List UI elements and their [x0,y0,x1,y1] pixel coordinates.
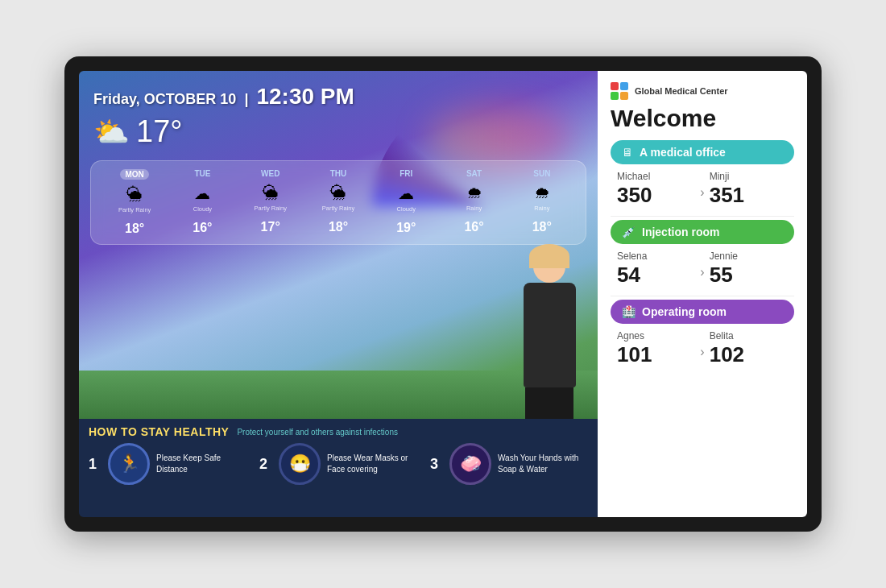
day-label: MON [120,169,148,180]
time-text: 12:30 PM [256,84,354,109]
person-hair [529,244,569,268]
forecast-day-sat: SAT 🌧 Rainy 16° [440,169,507,236]
health-tip-2: 2 😷 Please Wear Masks or Face covering [259,443,417,485]
logo-square-2 [611,92,619,100]
day-condition: Cloudy [397,205,416,218]
tip-number: 1 [89,456,101,473]
person-overlay [501,242,598,428]
tip-text: Wash Your Hands with Soap & Water [498,453,588,475]
day-weather-icon: ☁ [194,184,210,203]
brand-logo [611,82,628,100]
day-temp: 18° [329,220,348,234]
weather-header: Friday, OCTOBER 10 | 12:30 PM ⛅ 17° [79,71,598,155]
day-condition: Rainy [534,205,549,217]
tip-icon-circle: 🧼 [449,443,491,485]
queue-next-name: Minji [710,171,788,182]
health-tips: 1 🏃 Please Keep Safe Distance 2 😷 Please… [89,443,588,485]
tip-text: Please Keep Safe Distance [156,453,246,475]
room-section-medical-office: 🖥 A medical office Michael 350 › Minji 3… [611,140,794,217]
room-divider [611,216,794,217]
tip-icon: 🧼 [460,453,482,474]
forecast-day-mon: MON 🌦 Partly Rainy 18° [101,169,168,236]
queue-next-number: 55 [710,263,788,288]
day-weather-icon: 🌧 [466,184,482,202]
tv-screen: Friday, OCTOBER 10 | 12:30 PM ⛅ 17° MON … [79,71,807,517]
queue-current-name: Agnes [617,330,695,342]
right-panel: Global Medical Center Welcome 🖥 A medica… [598,71,807,517]
day-condition: Cloudy [193,205,212,218]
day-temp: 16° [464,220,483,234]
room-section-injection-room: 💉 Injection room Selena 54 › Jennie 55 [611,220,794,296]
left-panel: Friday, OCTOBER 10 | 12:30 PM ⛅ 17° MON … [79,71,598,517]
forecast-day-wed: WED 🌦 Partly Rainy 17° [237,169,304,236]
rooms-container: 🖥 A medical office Michael 350 › Minji 3… [611,140,794,377]
health-title-bar: HOW TO STAY HEALTHY Protect yourself and… [89,425,588,438]
tip-number: 3 [430,456,443,473]
room-icon-injection-room: 💉 [622,226,636,238]
current-temperature: ⛅ 17° [93,114,583,149]
tip-number: 2 [259,456,272,473]
forecast-day-fri: FRI ☁ Cloudy 19° [372,169,440,236]
day-label: SUN [533,169,550,178]
health-tip-1: 1 🏃 Please Keep Safe Distance [89,443,246,485]
forecast-day-thu: THU 🌦 Partly Rainy 18° [304,169,372,236]
room-icon-operating-room: 🏥 [622,305,636,318]
day-label: WED [261,169,279,178]
day-weather-icon: 🌦 [126,185,143,204]
queue-person-current: Michael 350 [617,171,695,208]
room-header-medical-office: 🖥 A medical office [611,140,794,164]
person-figure [509,251,590,428]
day-weather-icon: 🌧 [534,184,550,202]
room-queue-medical-office: Michael 350 › Minji 351 [611,171,794,214]
room-name-medical-office: A medical office [640,146,726,159]
queue-person-next: Minji 351 [710,171,788,208]
day-condition: Partly Rainy [254,205,286,217]
room-queue-operating-room: Agnes 101 › Belita 102 [611,330,794,374]
room-divider [611,296,794,296]
welcome-text: Welcome [611,106,794,130]
day-label: THU [330,169,347,178]
day-temp: 16° [193,221,212,235]
tip-icon-circle: 🏃 [108,443,150,485]
queue-arrow: › [695,345,709,359]
date-time-display: Friday, OCTOBER 10 | 12:30 PM [93,84,583,110]
day-weather-icon: ☁ [398,184,414,203]
queue-person-next: Belita 102 [710,330,788,367]
health-section: HOW TO STAY HEALTHY Protect yourself and… [79,419,598,517]
health-title: HOW TO STAY HEALTHY [89,425,229,438]
queue-next-number: 351 [710,183,788,208]
date-text: Friday, OCTOBER 10 [93,91,236,107]
queue-current-number: 101 [617,342,695,367]
room-header-operating-room: 🏥 Operating room [611,300,794,324]
current-weather-icon: ⛅ [93,115,130,149]
day-condition: Partly Rainy [118,206,151,219]
tv-frame: Friday, OCTOBER 10 | 12:30 PM ⛅ 17° MON … [64,56,822,532]
queue-current-number: 54 [617,263,695,288]
day-label: SAT [466,169,482,178]
queue-next-name: Jennie [710,251,788,262]
brand-name: Global Medical Center [635,86,728,96]
queue-person-next: Jennie 55 [710,251,788,288]
day-label: FRI [400,169,412,178]
tip-icon: 😷 [289,453,311,474]
day-temp: 18° [125,222,144,236]
person-body [524,283,576,387]
day-label: TUE [194,169,210,178]
day-condition: Partly Rainy [322,205,354,217]
day-condition: Rainy [466,205,482,217]
room-name-operating-room: Operating room [642,305,727,318]
forecast-day-tue: TUE ☁ Cloudy 16° [168,169,236,236]
current-temp-value: 17° [136,114,182,149]
logo-square-0 [611,82,619,90]
queue-current-name: Selena [617,251,695,262]
queue-person-current: Selena 54 [617,251,695,288]
logo-square-1 [620,82,628,90]
queue-current-number: 350 [617,183,695,208]
forecast-card: MON 🌦 Partly Rainy 18° TUE ☁ Cloudy 16° … [90,160,586,245]
day-weather-icon: 🌦 [263,184,279,202]
forecast-row: MON 🌦 Partly Rainy 18° TUE ☁ Cloudy 16° … [101,169,576,236]
queue-arrow: › [695,185,709,200]
logo-square-3 [620,92,628,100]
queue-next-number: 102 [710,342,788,367]
room-header-injection-room: 💉 Injection room [611,220,794,244]
